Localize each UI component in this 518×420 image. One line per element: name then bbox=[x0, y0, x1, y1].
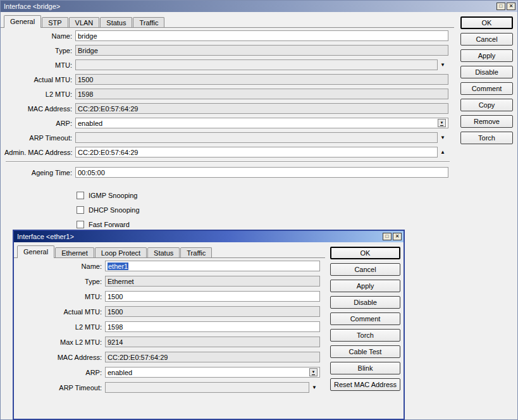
separator bbox=[6, 161, 450, 163]
tab-ethernet[interactable]: Ethernet bbox=[55, 247, 94, 257]
arp-label: ARP: bbox=[4, 120, 75, 127]
ether1-titlebar[interactable]: Interface <ether1> □ ✕ bbox=[14, 231, 404, 242]
ether1-window: Interface <ether1> □ ✕ General Ethernet … bbox=[13, 230, 405, 420]
igmp-snooping-checkbox[interactable] bbox=[77, 192, 84, 199]
fast-forward-label: Fast Forward bbox=[89, 221, 130, 228]
arp-combo-button[interactable]: ▼ bbox=[309, 368, 318, 376]
reset-mac-address-button[interactable]: Reset MAC Address bbox=[330, 378, 400, 391]
name-field[interactable]: ether1 bbox=[105, 261, 320, 271]
l2-mtu-label: L2 MTU: bbox=[4, 90, 75, 98]
comment-button[interactable]: Comment bbox=[460, 82, 513, 95]
ether1-tabbar: General Ethernet Loop Protect Status Tra… bbox=[14, 245, 325, 258]
admin-mac-collapse-icon[interactable]: ▲ bbox=[438, 147, 448, 158]
admin-mac-field[interactable]: CC:2D:E0:57:64:29 bbox=[75, 147, 438, 158]
mtu-dropdown-icon[interactable]: ▼ bbox=[438, 59, 448, 70]
name-value: bridge bbox=[78, 32, 97, 40]
cable-test-button[interactable]: Cable Test bbox=[330, 345, 400, 358]
disable-button[interactable]: Disable bbox=[460, 66, 513, 78]
arp-field[interactable]: enabled ▼ bbox=[105, 367, 320, 378]
tab-general[interactable]: General bbox=[17, 245, 54, 258]
maximize-button[interactable]: □ bbox=[383, 233, 392, 240]
apply-button[interactable]: Apply bbox=[460, 49, 513, 62]
checkbox-group: IGMP Snooping DHCP Snooping Fast Forward bbox=[1, 190, 517, 230]
ok-button[interactable]: OK bbox=[460, 16, 513, 29]
close-button[interactable]: ✕ bbox=[393, 233, 402, 240]
ageing-time-field[interactable]: 00:05:00 bbox=[75, 167, 448, 178]
type-value: Bridge bbox=[78, 47, 98, 54]
actual-mtu-value: 1500 bbox=[78, 76, 93, 83]
l2-mtu-value: 1598 bbox=[78, 90, 93, 98]
tab-general[interactable]: General bbox=[4, 15, 41, 28]
tab-traffic[interactable]: Traffic bbox=[133, 17, 164, 27]
tab-loop-protect[interactable]: Loop Protect bbox=[95, 247, 147, 257]
cancel-button[interactable]: Cancel bbox=[460, 33, 513, 46]
admin-mac-value: CC:2D:E0:57:64:29 bbox=[78, 149, 138, 156]
tab-status[interactable]: Status bbox=[147, 247, 180, 257]
arp-timeout-dropdown-icon[interactable]: ▼ bbox=[438, 132, 448, 143]
combo-down-icon: ▼ bbox=[440, 121, 444, 126]
mac-address-value: CC:2D:E0:57:64:29 bbox=[78, 105, 138, 113]
max-l2-mtu-label: Max L2 MTU: bbox=[18, 338, 105, 346]
igmp-snooping-label: IGMP Snooping bbox=[89, 192, 137, 199]
ok-button[interactable]: OK bbox=[330, 247, 400, 259]
actual-mtu-value: 1500 bbox=[108, 308, 123, 316]
type-value: Ethernet bbox=[108, 278, 134, 285]
bridge-tabbar: General STP VLAN Status Traffic bbox=[1, 15, 454, 28]
actual-mtu-field: 1500 bbox=[75, 74, 448, 85]
max-l2-mtu-field: 9214 bbox=[105, 337, 320, 347]
disable-button[interactable]: Disable bbox=[330, 296, 400, 309]
arp-combo-button[interactable]: ▼ bbox=[438, 119, 446, 127]
bridge-window-title: Interface <bridge> bbox=[4, 3, 495, 10]
arp-timeout-label: ARP Timeout: bbox=[4, 134, 75, 142]
bridge-button-column: OK Cancel Apply Disable Comment Copy Rem… bbox=[460, 16, 513, 148]
l2-mtu-field: 1598 bbox=[75, 89, 448, 99]
remove-button[interactable]: Remove bbox=[460, 115, 513, 128]
mac-address-field: CC:2D:E0:57:64:29 bbox=[75, 103, 448, 114]
bridge-titlebar[interactable]: Interface <bridge> □ ✕ bbox=[1, 1, 517, 12]
blink-button[interactable]: Blink bbox=[330, 362, 400, 374]
name-label: Name: bbox=[18, 262, 105, 270]
mac-address-value: CC:2D:E0:57:64:29 bbox=[108, 354, 168, 361]
copy-button[interactable]: Copy bbox=[460, 99, 513, 111]
arp-timeout-dropdown-icon[interactable]: ▼ bbox=[309, 382, 319, 393]
cancel-button[interactable]: Cancel bbox=[330, 263, 400, 276]
close-button[interactable]: ✕ bbox=[507, 3, 515, 10]
dhcp-snooping-label: DHCP Snooping bbox=[89, 206, 140, 214]
maximize-button[interactable]: □ bbox=[496, 3, 505, 10]
torch-button[interactable]: Torch bbox=[330, 329, 400, 342]
name-field[interactable]: bridge bbox=[75, 30, 448, 41]
arp-field[interactable]: enabled ▼ bbox=[75, 118, 448, 128]
name-label: Name: bbox=[4, 32, 75, 40]
mtu-field[interactable] bbox=[75, 59, 438, 70]
screen: Interface <bridge> □ ✕ General STP VLAN … bbox=[0, 0, 518, 420]
type-field: Ethernet bbox=[105, 276, 320, 287]
arp-timeout-field[interactable] bbox=[105, 382, 309, 393]
tab-vlan[interactable]: VLAN bbox=[69, 17, 100, 27]
l2-mtu-label: L2 MTU: bbox=[18, 323, 105, 331]
fast-forward-checkbox[interactable] bbox=[77, 221, 84, 228]
ageing-time-value: 00:05:00 bbox=[78, 169, 105, 176]
actual-mtu-field: 1500 bbox=[105, 306, 320, 317]
type-field: Bridge bbox=[75, 45, 448, 56]
l2-mtu-field[interactable]: 1598 bbox=[105, 321, 320, 332]
actual-mtu-label: Actual MTU: bbox=[4, 76, 75, 83]
bridge-form: Name: bridge Type: Bridge MTU: ▼ Actual … bbox=[1, 28, 517, 230]
arp-value: enabled bbox=[108, 369, 132, 376]
mac-address-label: MAC Address: bbox=[18, 354, 105, 361]
tab-status[interactable]: Status bbox=[100, 17, 132, 27]
max-l2-mtu-value: 9214 bbox=[108, 338, 123, 346]
apply-button[interactable]: Apply bbox=[330, 280, 400, 292]
ether1-window-title: Interface <ether1> bbox=[17, 233, 381, 240]
type-label: Type: bbox=[4, 47, 75, 54]
mtu-field[interactable]: 1500 bbox=[105, 291, 320, 302]
admin-mac-label: Admin. MAC Address: bbox=[4, 149, 75, 156]
tab-stp[interactable]: STP bbox=[42, 17, 68, 27]
mac-address-field: CC:2D:E0:57:64:29 bbox=[105, 352, 320, 362]
comment-button[interactable]: Comment bbox=[330, 312, 400, 325]
arp-timeout-label: ARP Timeout: bbox=[18, 384, 105, 392]
dhcp-snooping-checkbox[interactable] bbox=[77, 206, 84, 214]
arp-timeout-field[interactable] bbox=[75, 132, 438, 143]
tab-traffic[interactable]: Traffic bbox=[180, 247, 212, 257]
name-value-selected: ether1 bbox=[108, 262, 128, 270]
torch-button[interactable]: Torch bbox=[460, 132, 513, 144]
